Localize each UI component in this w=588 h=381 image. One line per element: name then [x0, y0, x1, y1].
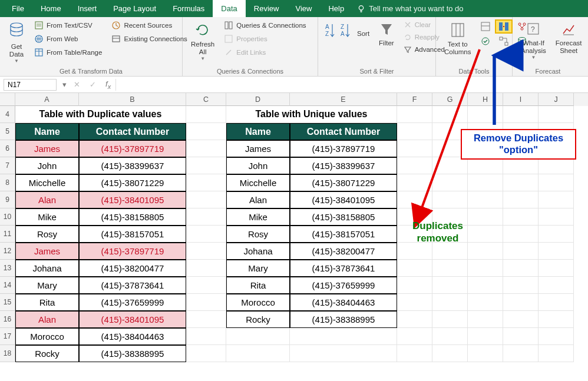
annotation-remove-duplicates: Remove Duplicates "option" [461, 129, 576, 160]
annotation-duplicates-removed: Duplicates removed [412, 220, 463, 245]
annotation-layer [0, 0, 588, 381]
